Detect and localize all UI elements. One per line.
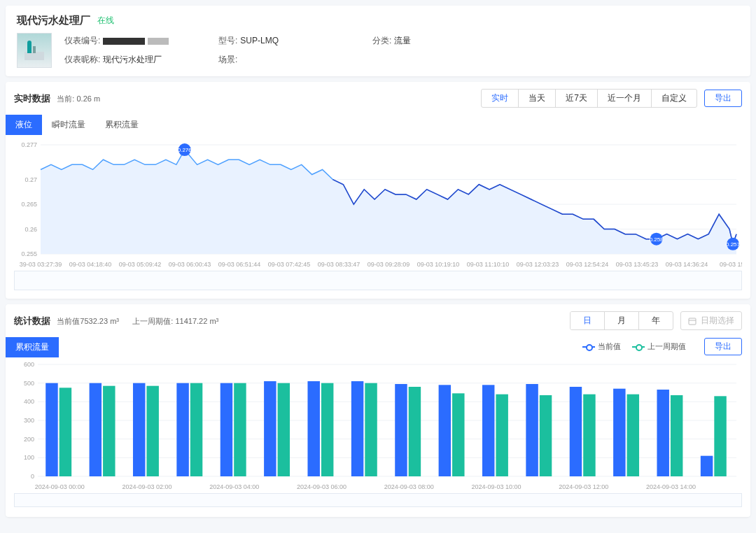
stats-prev-value: 11417.22 m³ <box>175 317 218 325</box>
tab-瞬时流量[interactable]: 瞬时流量 <box>42 115 95 135</box>
svg-text:0.277: 0.277 <box>21 141 37 148</box>
tab-累积流量[interactable]: 累积流量 <box>6 337 59 357</box>
svg-text:0.255: 0.255 <box>21 250 37 257</box>
svg-rect-72 <box>409 387 421 476</box>
range-自定义[interactable]: 自定义 <box>651 90 696 107</box>
svg-rect-87 <box>671 395 682 476</box>
svg-text:09-03 05:09:42: 09-03 05:09:42 <box>119 261 162 268</box>
pill-日[interactable]: 日 <box>570 312 604 329</box>
svg-rect-85 <box>627 395 639 476</box>
device-title: 现代污水处理厂 <box>17 14 90 27</box>
model-label: 型号: <box>218 36 237 45</box>
svg-text:2024-09-03 10:00: 2024-09-03 10:00 <box>471 483 521 490</box>
svg-text:2024-09-03 00:00: 2024-09-03 00:00 <box>35 483 85 490</box>
svg-rect-35 <box>689 318 696 325</box>
legend-prev: 上一周期值 <box>648 341 686 352</box>
nickname-value: 现代污水处理厂 <box>103 55 162 64</box>
svg-rect-66 <box>307 381 319 476</box>
svg-rect-1 <box>27 43 31 53</box>
range-当天[interactable]: 当天 <box>518 90 555 107</box>
svg-text:39-03 03:27:39: 39-03 03:27:39 <box>20 261 62 268</box>
svg-rect-65 <box>278 383 290 476</box>
svg-text:200: 200 <box>24 436 34 443</box>
realtime-line-chart[interactable]: 0.2550.260.2650.270.27739-03 03:27:3909-… <box>14 138 742 271</box>
tab-液位[interactable]: 液位 <box>6 115 42 135</box>
svg-rect-80 <box>540 395 552 476</box>
realtime-export-button[interactable]: 导出 <box>704 90 742 107</box>
svg-text:09-03 09:28:09: 09-03 09:28:09 <box>368 261 410 268</box>
pill-月[interactable]: 月 <box>604 312 638 329</box>
date-picker-placeholder: 日期选择 <box>701 315 734 327</box>
svg-text:2024-09-03 14:00: 2024-09-03 14:00 <box>646 483 696 490</box>
realtime-current-label: 当前: <box>57 94 74 103</box>
svg-text:09-03 10:19:10: 09-03 10:19:10 <box>417 261 460 268</box>
svg-text:09-03 12:54:24: 09-03 12:54:24 <box>566 261 609 268</box>
svg-rect-79 <box>526 384 538 476</box>
svg-rect-75 <box>452 393 464 476</box>
svg-text:2024-09-03 02:00: 2024-09-03 02:00 <box>122 483 172 490</box>
svg-text:100: 100 <box>24 454 34 461</box>
realtime-current-value: 0.26 m <box>76 94 100 103</box>
model-value: SUP-LMQ <box>240 36 279 45</box>
tab-累积流量[interactable]: 累积流量 <box>95 115 148 135</box>
legend-current: 当前值 <box>598 341 621 352</box>
svg-rect-74 <box>439 385 451 476</box>
svg-rect-81 <box>570 387 582 476</box>
svg-rect-3 <box>33 46 36 53</box>
svg-rect-56 <box>133 383 145 476</box>
realtime-title: 实时数据 <box>14 93 50 104</box>
svg-text:300: 300 <box>24 417 34 424</box>
realtime-brush-scrollbar[interactable] <box>14 271 742 290</box>
svg-text:0.257: 0.257 <box>726 241 741 248</box>
svg-text:0.258: 0.258 <box>650 236 664 243</box>
svg-rect-57 <box>146 386 158 476</box>
stats-panel: 统计数据 当前值7532.23 m³ 上一周期值: 11417.22 m³ 日月… <box>6 304 750 517</box>
svg-rect-54 <box>90 383 102 476</box>
svg-text:0.276: 0.276 <box>178 147 192 153</box>
svg-point-2 <box>27 41 31 45</box>
stats-granularity-group: 日月年 <box>570 311 673 330</box>
svg-text:600: 600 <box>24 361 34 368</box>
range-近7天[interactable]: 近7天 <box>555 90 597 107</box>
stats-tabs: 累积流量 <box>6 337 59 357</box>
svg-text:09-03 06:00:43: 09-03 06:00:43 <box>169 261 211 268</box>
svg-rect-86 <box>657 390 668 476</box>
svg-text:09-03 14:36:24: 09-03 14:36:24 <box>666 261 708 268</box>
svg-text:2024-09-03 08:00: 2024-09-03 08:00 <box>384 483 434 490</box>
svg-rect-76 <box>482 385 494 476</box>
stats-bar-chart[interactable]: 01002003004005006002024-09-03 00:002024-… <box>14 360 742 493</box>
nickname-label: 仪表昵称: <box>64 55 100 64</box>
realtime-tabs: 液位瞬时流量累积流量 <box>6 115 750 135</box>
svg-rect-71 <box>395 384 407 476</box>
svg-text:09-03 11:10:10: 09-03 11:10:10 <box>467 261 510 268</box>
device-header-card: 现代污水处理厂 在线 仪表编号: 型号:SUP-LMQ 分类:流量 仪表昵称:现… <box>6 6 750 76</box>
svg-rect-64 <box>264 381 276 476</box>
svg-rect-82 <box>583 395 595 476</box>
svg-rect-90 <box>714 396 726 476</box>
stats-brush-scrollbar[interactable] <box>14 493 742 507</box>
svg-rect-55 <box>103 386 115 476</box>
stats-current-label: 当前值 <box>57 317 80 325</box>
calendar-icon <box>688 317 696 325</box>
svg-text:09-03 12:03:23: 09-03 12:03:23 <box>517 261 559 268</box>
time-range-group: 实时当天近7天近一个月自定义 <box>481 89 697 108</box>
svg-text:09-03 15:27: 09-03 15:27 <box>720 261 742 268</box>
svg-rect-70 <box>365 383 377 476</box>
svg-text:2024-09-03 06:00: 2024-09-03 06:00 <box>297 483 346 490</box>
svg-text:2024-09-03 04:00: 2024-09-03 04:00 <box>209 483 259 490</box>
stats-prev-label: 上一周期值: <box>132 317 173 325</box>
stats-export-button[interactable]: 导出 <box>704 338 742 355</box>
svg-rect-51 <box>46 383 57 476</box>
range-实时[interactable]: 实时 <box>482 90 518 107</box>
range-近一个月[interactable]: 近一个月 <box>597 90 651 107</box>
svg-rect-62 <box>234 383 246 476</box>
stats-title: 统计数据 <box>14 315 50 326</box>
svg-rect-60 <box>190 383 202 476</box>
svg-rect-89 <box>701 456 713 476</box>
date-picker[interactable]: 日期选择 <box>680 311 742 330</box>
svg-rect-59 <box>176 383 188 476</box>
svg-text:0.27: 0.27 <box>24 176 37 183</box>
pill-年[interactable]: 年 <box>638 312 673 329</box>
svg-text:0.26: 0.26 <box>24 226 37 233</box>
device-thumbnail <box>17 33 52 68</box>
